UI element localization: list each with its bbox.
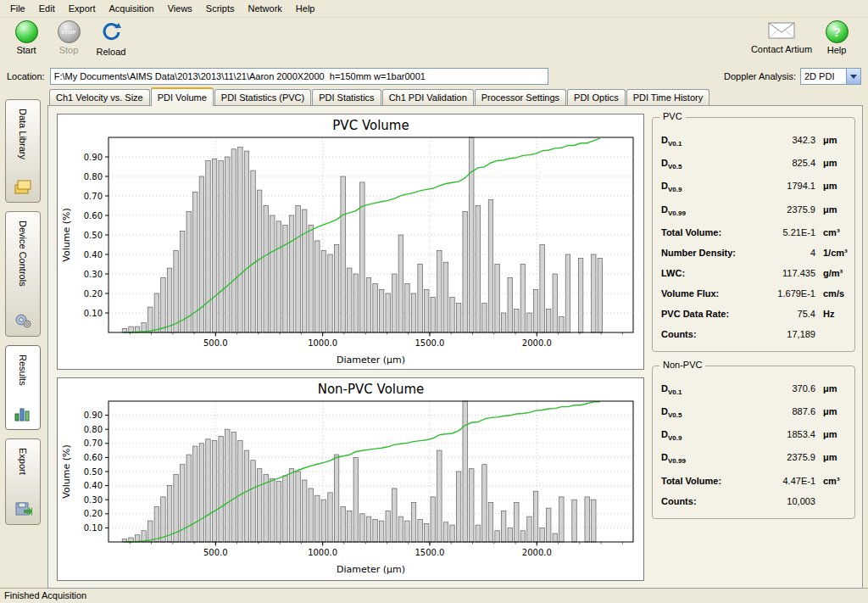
sidebar-item-data-library[interactable]: Data Library (5, 99, 41, 203)
tab-ch1-velocity-vs-size[interactable]: Ch1 Velocity vs. Size (49, 89, 150, 105)
bar-chart-icon (14, 405, 32, 424)
envelope-icon (768, 20, 795, 42)
svg-text:Volume (%): Volume (%) (61, 208, 72, 261)
non-pvc-group-title: Non-PVC (659, 360, 705, 370)
stat-row-total-volume: Total Volume:4.47E-1cm³ (661, 471, 848, 491)
folder-icon (14, 178, 32, 197)
reload-icon (100, 20, 123, 45)
tab-pdi-optics[interactable]: PDI Optics (567, 89, 626, 105)
doppler-analysis-value: 2D PDI (801, 69, 846, 84)
svg-text:0.90: 0.90 (84, 410, 103, 420)
stat-value: 887.6 (754, 406, 815, 416)
export-icon (14, 500, 32, 519)
stat-label: DV0.9 (661, 429, 754, 442)
contact-artium-button[interactable]: Contact Artium (749, 20, 814, 55)
svg-text:Non-PVC Volume: Non-PVC Volume (318, 382, 425, 397)
svg-text:0.10: 0.10 (84, 523, 103, 533)
help-icon: ? (826, 20, 849, 43)
stat-label: DV0.1 (661, 383, 754, 396)
stat-unit: μm (815, 452, 848, 462)
content-area: Ch1 Velocity vs. SizePDI VolumePDI Stati… (47, 87, 863, 588)
svg-text:2000.0: 2000.0 (522, 548, 552, 557)
svg-text:0.20: 0.20 (84, 289, 103, 299)
toolbar: Start STOP Stop Reload Contact Artium (0, 18, 868, 65)
sidebar-item-label: Data Library (18, 109, 28, 159)
stat-unit: Hz (815, 309, 848, 319)
help-button[interactable]: ? Help (817, 20, 856, 55)
tab-pdi-statistics[interactable]: PDI Statistics (312, 89, 381, 105)
tab-pdi-statistics-pvc[interactable]: PDI Statistics (PVC) (214, 89, 311, 105)
location-input[interactable] (50, 68, 548, 85)
menu-item-file[interactable]: File (3, 1, 32, 16)
reload-button[interactable]: Reload (92, 20, 131, 57)
stat-label: DV0.99 (661, 204, 754, 217)
stat-value: 2375.9 (754, 204, 815, 215)
stat-row-dv0-1: DV0.1370.6μm (661, 378, 848, 401)
menu-item-network[interactable]: Network (241, 1, 288, 16)
svg-text:Diameter (μm): Diameter (μm) (337, 564, 405, 575)
menu-item-scripts[interactable]: Scripts (199, 1, 242, 16)
stat-row-dv0-9: DV0.91794.1μm (661, 176, 848, 198)
stat-row-dv0-1: DV0.1342.3μm (661, 130, 848, 153)
location-label: Location: (7, 71, 45, 81)
stat-label: DV0.5 (661, 158, 754, 170)
status-text: Finished Acquisition (4, 590, 86, 600)
stat-value: 1853.4 (754, 429, 815, 439)
stop-button: STOP Stop (49, 20, 88, 55)
doppler-analysis-select[interactable]: 2D PDI (800, 68, 861, 85)
menu-item-acquisition[interactable]: Acquisition (103, 1, 161, 16)
combo-dropdown-button[interactable] (846, 69, 860, 84)
stat-label: DV0.1 (661, 135, 754, 148)
pvc-stats-group: PVC DV0.1342.3μmDV0.5825.4μmDV0.91794.1μ… (652, 117, 855, 352)
menu-item-edit[interactable]: Edit (32, 1, 62, 16)
stat-row-dv0-9: DV0.91853.4μm (661, 424, 848, 447)
status-bar: Finished Acquisition (0, 588, 868, 603)
stat-row-counts: Counts:17,189 (661, 324, 848, 344)
stat-row-dv0-99: DV0.992375.9μm (661, 447, 848, 470)
sidebar-item-results[interactable]: Results (5, 345, 41, 430)
menu-item-export[interactable]: Export (62, 1, 103, 16)
svg-text:0.90: 0.90 (84, 153, 103, 162)
stat-value: 10,003 (754, 496, 815, 506)
stat-unit: g/m³ (815, 268, 848, 278)
svg-text:0.40: 0.40 (84, 250, 103, 260)
pvc-group-title: PVC (659, 111, 686, 121)
chevron-down-icon (850, 75, 857, 79)
help-button-label: Help (827, 45, 847, 55)
location-row: Location: Doppler Analysis: 2D PDI (0, 65, 868, 87)
svg-text:0.60: 0.60 (84, 453, 103, 462)
stat-label: LWC: (661, 268, 754, 278)
svg-text:0.30: 0.30 (84, 270, 103, 279)
stat-label: Volume Flux: (661, 288, 754, 299)
sidebar-item-export[interactable]: Export (5, 438, 41, 525)
menu-item-views[interactable]: Views (161, 1, 199, 16)
tab-processor-settings[interactable]: Processor Settings (475, 89, 566, 105)
stop-button-label: Stop (59, 45, 79, 55)
svg-text:2000.0: 2000.0 (522, 338, 552, 348)
stat-unit: μm (815, 204, 848, 215)
stat-label: DV0.9 (661, 181, 754, 193)
non-pvc-stats-group: Non-PVC DV0.1370.6μmDV0.5887.6μmDV0.9185… (652, 366, 855, 519)
stat-value: 117.435 (754, 268, 815, 278)
start-icon (15, 20, 38, 43)
start-button[interactable]: Start (7, 20, 46, 55)
tab-ch1-pdi-validation[interactable]: Ch1 PDI Validation (382, 89, 474, 105)
menu-item-help[interactable]: Help (289, 1, 322, 16)
stats-column: PVC DV0.1342.3μmDV0.5825.4μmDV0.91794.1μ… (652, 114, 855, 581)
stat-value: 4.47E-1 (754, 476, 815, 486)
tab-pdi-time-history[interactable]: PDI Time History (626, 89, 710, 105)
pdi-volume-tab-panel: 0.100.200.300.400.500.600.700.800.90500.… (47, 105, 863, 589)
tab-pdi-volume[interactable]: PDI Volume (151, 87, 214, 106)
stat-unit: μm (815, 429, 848, 439)
stat-label: Total Volume: (661, 227, 754, 237)
sidebar-item-device-controls[interactable]: Device Controls (5, 211, 41, 337)
stat-value: 2375.9 (754, 452, 815, 462)
stat-value: 1.679E-1 (754, 288, 815, 299)
stat-value: 17,189 (754, 329, 815, 339)
svg-text:0.70: 0.70 (84, 438, 103, 448)
contact-artium-label: Contact Artium (751, 44, 812, 54)
svg-text:1000.0: 1000.0 (308, 548, 337, 557)
stat-row-dv0-5: DV0.5887.6μm (661, 401, 848, 424)
stat-unit: μm (815, 406, 848, 416)
stat-unit: μm (815, 383, 848, 394)
